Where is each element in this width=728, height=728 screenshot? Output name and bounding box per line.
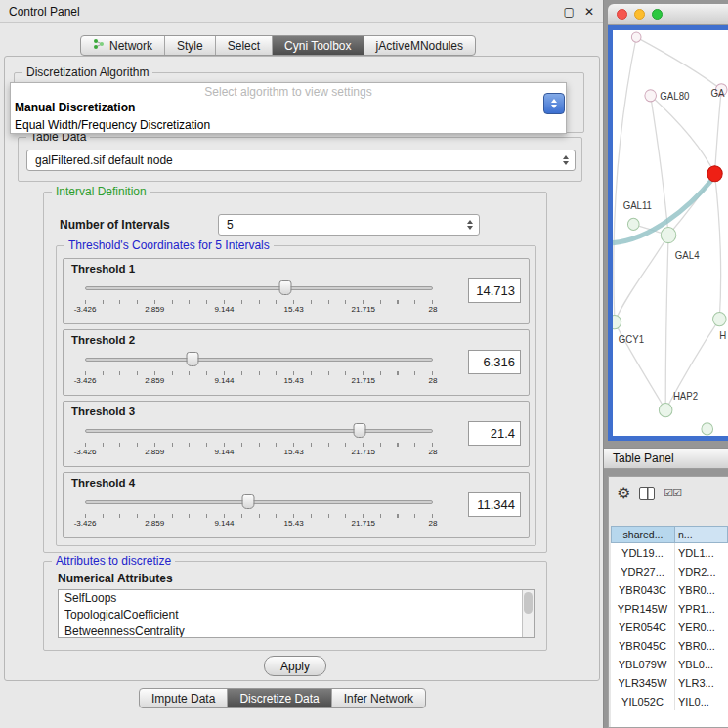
table-cell[interactable]: YER0... [675,618,728,636]
column-header-shared-name[interactable]: shared... [611,526,675,543]
number-of-intervals-spinner[interactable]: 5 [218,214,480,236]
dropdown-option-equal-width[interactable]: Equal Width/Frequency Discretization [11,116,566,134]
threshold-2-value[interactable]: 6.316 [468,350,521,374]
tab-network[interactable]: Network [81,36,165,55]
table-cell[interactable]: YDR27... [611,562,675,580]
tab-style[interactable]: Style [165,36,216,55]
table-data-combobox[interactable]: galFiltered.sif default node [26,150,576,171]
threshold-4-slider[interactable] [85,494,433,510]
table-cell[interactable]: YER054C [611,618,675,636]
numerical-attributes-list[interactable]: SelfLoops TopologicalCoefficient Between… [58,589,535,638]
tab-select[interactable]: Select [216,36,273,55]
node-label-gal80: GAL80 [660,91,690,102]
node-label-gal11: GAL11 [623,200,653,211]
slider-thumb[interactable] [242,494,255,509]
close-traffic-light[interactable] [617,9,627,20]
table-cell[interactable]: YBR043C [611,580,675,599]
attributes-to-discretize-group: Attributes to discretize Numerical Attri… [43,561,547,651]
list-item[interactable]: TopologicalCoefficient [59,607,534,623]
slider-track[interactable] [85,429,433,433]
network-node-gal80[interactable] [645,90,657,102]
table-row[interactable]: YDR27... YDR2... [611,562,728,580]
threshold-4-label: Threshold 4 [71,477,135,489]
close-icon[interactable]: ✕ [584,5,594,19]
zoom-traffic-light[interactable] [652,9,663,20]
table-cell[interactable]: YBR0... [675,636,728,655]
table-panel-title: Table Panel [613,451,674,465]
tab-cyni-toolbox[interactable]: Cyni Toolbox [273,36,364,55]
combobox-arrows-icon[interactable] [557,155,575,165]
slider-tickmarks [85,443,433,447]
network-node-gal4[interactable] [661,227,675,242]
network-node-gcy1[interactable] [613,316,621,329]
tick-label: 2.859 [145,519,164,528]
network-node-hap2[interactable] [659,404,672,417]
table-cell[interactable]: YPR1... [675,599,728,618]
tick-label: 28 [429,448,438,456]
table-cell[interactable]: YBL079W [611,655,675,673]
network-node-gal11[interactable] [627,218,639,230]
slider-thumb[interactable] [279,280,292,295]
combobox-value: galFiltered.sif default node [27,153,173,167]
threshold-3-slider[interactable] [85,423,433,439]
float-window-icon[interactable]: ▢ [564,5,575,19]
interval-definition-group: Interval Definition Number of Intervals … [43,192,547,553]
network-node-selected-red[interactable] [707,166,722,182]
table-row[interactable]: YBR043C YBR0... [611,580,728,599]
table-cell[interactable]: YPR145W [611,599,675,618]
apply-button[interactable]: Apply [264,656,326,676]
tab-label: jActiveMNodules [376,39,463,53]
table-cell[interactable]: YBL0... [675,655,728,673]
table-row[interactable]: YLR345W YLR3... [611,673,728,692]
tick-label: 21.715 [352,376,375,385]
table-row[interactable]: YBL079W YBL0... [611,655,728,673]
gear-icon[interactable]: ⚙ [617,486,630,501]
network-node[interactable] [631,32,641,42]
threshold-1-value[interactable]: 14.713 [468,278,521,303]
column-header-name[interactable]: n... [675,526,728,543]
table-cell[interactable]: YDL1... [675,543,728,562]
table-row[interactable]: YPR145W YPR1... [611,599,728,618]
table-cell[interactable]: YDR2... [675,562,728,580]
table-row[interactable]: YIL052C YIL0... [611,692,728,710]
select-columns-checkboxes-icon[interactable]: ☑☑ [664,487,681,499]
slider-track[interactable] [85,286,433,290]
tab-jactivemnodules[interactable]: jActiveMNodules [364,36,475,55]
slider-thumb[interactable] [354,423,366,438]
table-row[interactable]: YDL19... YDL1... [611,543,728,562]
spinner-arrows-icon[interactable] [461,220,479,230]
network-node[interactable] [702,423,713,435]
threshold-1-slider[interactable] [85,280,433,296]
minimize-traffic-light[interactable] [634,9,645,20]
table-cell[interactable]: YBR045C [611,636,675,655]
list-item[interactable]: SelfLoops [59,590,534,607]
threshold-4-value[interactable]: 11.344 [468,492,521,517]
list-scrollbar[interactable] [522,590,534,637]
table-cell[interactable]: YLR345W [611,673,675,692]
dropdown-option-manual[interactable]: Manual Discretization [11,99,566,116]
scrollbar-thumb[interactable] [524,592,533,614]
slider-track[interactable] [85,358,433,362]
table-cell[interactable]: YDL19... [611,543,675,562]
tab-infer-network[interactable]: Infer Network [332,689,425,707]
threshold-2-slider[interactable] [85,352,433,367]
table-cell[interactable]: YLR3... [675,673,728,692]
table-cell[interactable]: YIL052C [611,692,675,710]
tick-label: 9.144 [214,519,234,528]
table-cell[interactable]: YBR0... [675,580,728,599]
tick-label: 9.144 [214,305,234,314]
columns-icon[interactable] [639,487,655,500]
network-node[interactable] [713,312,727,325]
list-item[interactable]: BetweennessCentrality [59,623,534,638]
network-canvas[interactable]: GAL80 GA GAL11 GAL4 GCY1 H HAP2 [608,25,728,441]
slider-thumb[interactable] [187,352,199,366]
threshold-3-value[interactable]: 21.4 [468,421,521,446]
table-row[interactable]: YBR045C YBR0... [611,636,728,655]
top-tab-bar: Network Style Select Cyni Toolbox jActiv… [80,35,476,56]
slider-track[interactable] [85,500,433,504]
table-cell[interactable]: YIL0... [675,692,728,710]
tab-impute-data[interactable]: Impute Data [140,689,228,707]
table-row[interactable]: YER054C YER0... [611,618,728,636]
algorithm-combobox-button[interactable] [543,93,565,114]
tab-discretize-data[interactable]: Discretize Data [228,689,331,707]
